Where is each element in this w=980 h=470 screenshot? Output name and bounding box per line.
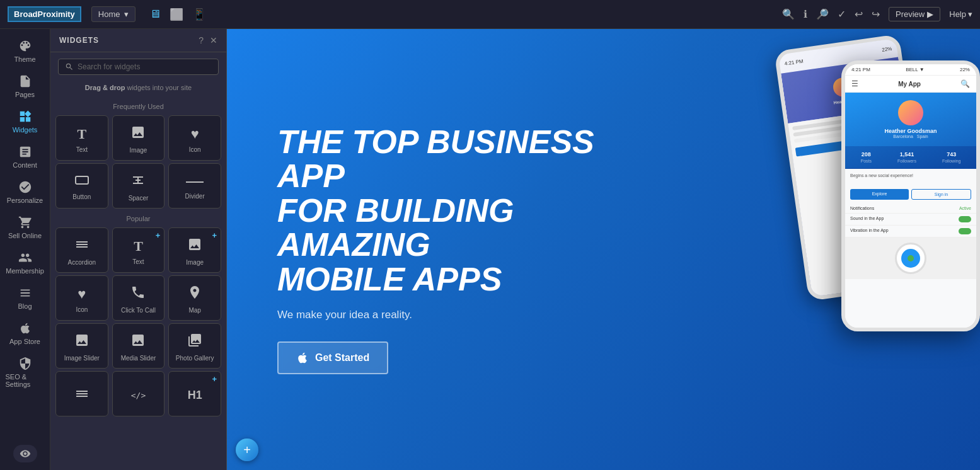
frequently-used-label: Frequently Used — [55, 103, 221, 110]
search-icon[interactable]: 🔍 — [782, 8, 795, 20]
appstore-icon — [18, 321, 32, 335]
widget-r4-1[interactable] — [55, 371, 108, 416]
frequently-used-row2: Button Spacer Divider — [55, 163, 221, 209]
sidebar-item-theme[interactable]: Theme — [3, 34, 47, 68]
sidebar-item-widgets[interactable]: Widgets — [3, 105, 47, 139]
search-input[interactable] — [78, 62, 212, 71]
widget-r4-1-icon — [74, 386, 89, 404]
membership-icon — [18, 251, 32, 265]
widget-spacer-freq[interactable]: Spacer — [112, 163, 165, 209]
notif-toggle-2 — [959, 228, 971, 234]
canvas-text: THE TOP BUSINESS APP FOR BUILDING AMAZIN… — [227, 87, 641, 413]
sidebar-item-membership[interactable]: Membership — [3, 246, 47, 280]
info-icon[interactable]: ? — [199, 35, 204, 45]
eye-icon — [20, 448, 31, 459]
blog-icon — [18, 286, 32, 300]
sidebar-item-app-store[interactable]: App Store — [3, 316, 47, 350]
sidebar-label-theme: Theme — [14, 55, 35, 63]
tablet-icon[interactable]: ⬜ — [170, 8, 183, 21]
undo-icon[interactable]: ↩ — [855, 8, 863, 20]
widgets-icon — [18, 110, 32, 123]
desktop-icon[interactable]: 🖥 — [149, 8, 161, 21]
add-widget-button[interactable]: + — [236, 438, 258, 461]
help-label: Help — [949, 9, 966, 19]
widget-image-freq[interactable]: Image — [112, 115, 165, 161]
image-widget-icon — [130, 125, 146, 143]
widget-button-freq[interactable]: Button — [55, 163, 108, 209]
widgets-header-icons: ? ✕ — [199, 35, 217, 45]
widget-r4-2[interactable]: </> — [112, 371, 165, 416]
mobile-icon[interactable]: 📱 — [192, 8, 206, 21]
h1-widget-icon: H1 — [188, 389, 202, 402]
widget-text-freq[interactable]: T Text — [55, 115, 108, 161]
status-time: 4:21 PM — [851, 67, 870, 72]
sidebar-item-blog[interactable]: Blog — [3, 281, 47, 315]
sidebar-item-content[interactable]: Content — [3, 140, 47, 174]
chevron-down-icon: ▾ — [968, 9, 972, 19]
widget-photo-gallery[interactable]: Photo Gallery — [168, 323, 221, 369]
text-widget-icon2: T — [134, 238, 143, 255]
widget-image-slider[interactable]: Image Slider — [55, 323, 108, 369]
info-icon[interactable]: ℹ — [804, 8, 807, 20]
widget-image-pop[interactable]: + Image — [168, 227, 221, 273]
sell-icon — [18, 215, 32, 229]
phone-status-bar: 4:21 PM BELL ▼ 22% — [845, 64, 976, 76]
popular-row1: Accordion + T Text + Image — [55, 227, 221, 273]
sidebar-label-widgets: Widgets — [13, 126, 38, 134]
preview-label: Preview — [896, 9, 925, 19]
sidebar-label-sell: Sell Online — [8, 232, 42, 239]
widget-icon-pop[interactable]: ♥ Icon — [55, 275, 108, 321]
preview-button[interactable]: Preview ▶ — [889, 7, 940, 21]
sidebar-item-seo[interactable]: SEO & Settings — [3, 352, 47, 393]
widget-label: Map — [188, 307, 200, 314]
sidebar-item-personalize[interactable]: Personalize — [3, 175, 47, 209]
phone-location: Barcelona Spain — [893, 134, 928, 139]
svg-rect-0 — [76, 176, 88, 184]
close-icon[interactable]: ✕ — [210, 35, 217, 45]
phone-avatar — [898, 100, 923, 125]
cta-button[interactable]: Get Started — [277, 341, 388, 374]
phone-signin-btn: Sign in — [911, 189, 971, 200]
phone-front: 4:21 PM BELL ▼ 22% ☰ My App 🔍 Heather Go… — [841, 60, 980, 331]
redo-icon[interactable]: ↪ — [872, 8, 880, 20]
plus-icon: + — [212, 231, 217, 240]
phone-stat-following: 743 Following — [942, 151, 961, 163]
widget-label: Text — [76, 146, 88, 153]
widget-r4-3[interactable]: + H1 — [168, 371, 221, 416]
notif-row-1: Notifications Active — [845, 203, 976, 214]
map-widget-icon — [187, 285, 202, 303]
content-icon — [18, 145, 32, 159]
sidebar-label-personalize: Personalize — [7, 197, 43, 204]
status-battery: 22% — [960, 67, 970, 72]
popular-row4: </> + H1 — [55, 371, 221, 416]
widget-text-pop[interactable]: + T Text — [112, 227, 165, 273]
widget-media-slider[interactable]: Media Slider — [112, 323, 165, 369]
widget-click-to-call[interactable]: Click To Call — [112, 275, 165, 321]
widget-label: Icon — [189, 146, 201, 153]
sidebar-item-pages[interactable]: Pages — [3, 69, 47, 103]
home-dropdown[interactable]: Home ▾ — [91, 6, 135, 22]
home-label: Home — [98, 9, 120, 19]
widget-divider-freq[interactable]: Divider — [168, 163, 221, 209]
sidebar-label-blog: Blog — [18, 302, 32, 310]
headline: THE TOP BUSINESS APP FOR BUILDING AMAZIN… — [277, 125, 603, 297]
widget-map[interactable]: Map — [168, 275, 221, 321]
popular-label: Popular — [55, 215, 221, 222]
zoom-icon[interactable]: 🔎 — [816, 8, 829, 20]
sidebar-label-seo: SEO & Settings — [6, 373, 45, 388]
phone-profile: Heather Goodsman Barcelona Spain — [845, 93, 976, 146]
widget-icon-freq[interactable]: ♥ Icon — [168, 115, 221, 161]
divider-widget-icon — [186, 175, 204, 189]
check-icon[interactable]: ✓ — [838, 8, 846, 20]
preview-toggle[interactable] — [13, 445, 37, 462]
subheadline: We make your idea a reality. — [277, 309, 603, 321]
widget-label: Text — [132, 258, 144, 265]
help-dropdown[interactable]: Help ▾ — [949, 9, 972, 19]
code-widget-icon: </> — [131, 391, 146, 400]
sidebar-item-sell-online[interactable]: Sell Online — [3, 210, 47, 244]
phone-action-buttons: Explore Sign in — [845, 185, 976, 203]
icon-widget-icon2: ♥ — [78, 286, 86, 302]
widget-accordion[interactable]: Accordion — [55, 227, 108, 273]
photo-gallery-icon — [187, 333, 202, 351]
phone-stat-followers: 1,541 Followers — [897, 151, 916, 163]
